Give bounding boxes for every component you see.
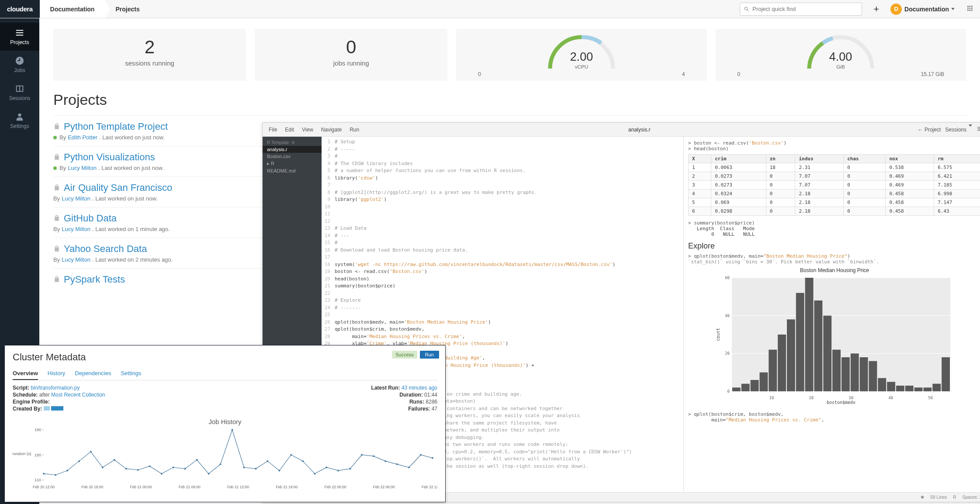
script-link[interactable]: bin/transformation.py: [31, 385, 80, 391]
author-link[interactable]: Lucy Milton: [62, 226, 90, 232]
search-icon: [744, 6, 750, 12]
project-title[interactable]: GitHub Data: [64, 213, 117, 224]
output-message: `stat_bin()` using `bins = 30`. Pick bet…: [688, 259, 980, 265]
search-input-wrapper[interactable]: [740, 3, 862, 16]
svg-point-60: [149, 465, 151, 467]
author-link[interactable]: Edith Potter: [68, 134, 97, 141]
editor-filename: analysis.r: [365, 127, 913, 133]
latest-run-link[interactable]: 43 minutes ago: [402, 385, 437, 391]
svg-point-56: [102, 466, 104, 468]
output-cmd: > qplot(boston$crim, boston$medv,: [688, 411, 980, 417]
gauge-min: 0: [478, 71, 481, 77]
svg-point-82: [408, 466, 410, 468]
tab-settings[interactable]: Settings: [121, 367, 141, 380]
chart-title: Boston Median Housing Price: [714, 267, 955, 273]
svg-point-79: [373, 455, 374, 457]
svg-point-84: [432, 457, 433, 459]
menu-view[interactable]: View: [302, 127, 313, 133]
gauge-arc: 4.00 GiB: [797, 33, 884, 72]
stat-sessions: 2 sessions running: [53, 29, 246, 81]
tree-file[interactable]: analysis.r: [263, 146, 322, 153]
cluster-details: Script: bin/transformation.py Schedule: …: [13, 385, 437, 413]
lock-icon: [53, 123, 60, 131]
svg-point-53: [66, 469, 68, 471]
menu-navigate[interactable]: Navigate: [321, 127, 342, 133]
run-button[interactable]: Run: [420, 351, 439, 359]
output-text: Length Class Mode 0 NULL NULL: [688, 226, 980, 237]
user-menu[interactable]: D Documentation: [885, 3, 960, 15]
svg-text:Feb 21 18:00: Feb 21 18:00: [276, 485, 298, 489]
chevron-down-icon: [951, 8, 955, 10]
svg-text:40: 40: [725, 314, 730, 318]
svg-text:boston$medv: boston$medv: [827, 400, 855, 404]
schedule-link[interactable]: Most Recent Collection: [51, 392, 105, 398]
tab-overview[interactable]: Overview: [13, 367, 38, 380]
svg-point-73: [302, 460, 304, 462]
author-link[interactable]: Lucy Milton: [62, 195, 90, 202]
output-cmd: > head(boston): [688, 146, 980, 152]
search-input[interactable]: [752, 6, 858, 12]
svg-text:Feb 20 18:00: Feb 20 18:00: [81, 485, 103, 489]
menu-edit[interactable]: Edit: [285, 127, 294, 133]
svg-text:2.00: 2.00: [570, 50, 593, 63]
project-title[interactable]: Python Visualizations: [64, 152, 155, 163]
sidebar-item-settings[interactable]: Settings: [0, 107, 39, 135]
back-project-button[interactable]: ← Project: [918, 127, 941, 133]
tree-folder[interactable]: ▸ R: [263, 160, 322, 167]
sidebar-label: Jobs: [14, 67, 25, 73]
svg-point-51: [43, 473, 45, 475]
svg-text:150: 150: [35, 453, 41, 457]
apps-icon[interactable]: [977, 126, 980, 133]
svg-rect-18: [778, 335, 786, 391]
stat-label: sessions running: [53, 59, 246, 67]
breadcrumb-projects[interactable]: Projects: [105, 0, 150, 18]
svg-rect-27: [860, 357, 868, 391]
lock-icon: [53, 153, 60, 162]
tree-file[interactable]: README.md: [263, 167, 322, 174]
chevron-down-icon: [969, 124, 972, 133]
logo: cloudera: [0, 0, 40, 18]
tab-dependencies[interactable]: Dependencies: [75, 367, 111, 380]
breadcrumb-documentation[interactable]: Documentation: [40, 0, 105, 18]
sidebar-item-projects[interactable]: Projects: [0, 23, 39, 51]
svg-text:4.00: 4.00: [829, 50, 852, 63]
apps-icon[interactable]: [960, 4, 980, 14]
project-title[interactable]: PySpark Tests: [64, 274, 125, 285]
svg-text:110: 110: [35, 478, 41, 482]
project-title[interactable]: Air Quality San Francisco: [64, 182, 172, 193]
menu-run[interactable]: Run: [350, 127, 359, 133]
project-title[interactable]: Yahoo Search Data: [64, 243, 147, 255]
svg-point-61: [161, 473, 163, 475]
svg-point-77: [349, 468, 351, 469]
svg-point-80: [384, 460, 386, 462]
svg-text:Feb 22 12:00: Feb 22 12:00: [422, 485, 437, 489]
status-lines: 59 Lines: [930, 495, 947, 500]
sidebar-item-sessions[interactable]: Sessions: [0, 79, 39, 107]
tab-history[interactable]: History: [48, 367, 65, 380]
sidebar-item-jobs[interactable]: Jobs: [0, 51, 39, 79]
editor-menu: File Edit View Navigate Run: [263, 127, 365, 133]
gauge-max: 4: [682, 71, 685, 77]
stat-value: 0: [255, 37, 447, 58]
output-pane: > boston <- read.csv('Boston.csv') > hea…: [683, 137, 980, 492]
lock-icon: [53, 214, 60, 223]
author-link[interactable]: Lucy Milton: [68, 165, 97, 171]
svg-text:Feb 22 00:00: Feb 22 00:00: [324, 485, 346, 489]
tree-file[interactable]: Boston.csv: [263, 153, 322, 160]
svg-text:190: 190: [35, 428, 41, 432]
svg-point-57: [114, 459, 115, 461]
svg-text:count: count: [716, 328, 720, 341]
author-link[interactable]: Lucy Milton: [62, 256, 90, 263]
lock-icon: [53, 276, 60, 284]
output-cmd: > summary(boston$price): [688, 220, 980, 226]
svg-point-67: [232, 429, 233, 431]
svg-rect-24: [832, 350, 841, 391]
svg-text:vCPU: vCPU: [575, 64, 589, 69]
svg-text:40: 40: [888, 396, 893, 400]
menu-file[interactable]: File: [269, 127, 277, 133]
svg-point-78: [361, 454, 363, 456]
project-title[interactable]: Python Template Project: [64, 121, 168, 132]
sessions-dropdown[interactable]: Sessions: [945, 127, 972, 133]
status-dot-icon: [53, 166, 57, 170]
new-button[interactable]: +: [867, 3, 885, 15]
